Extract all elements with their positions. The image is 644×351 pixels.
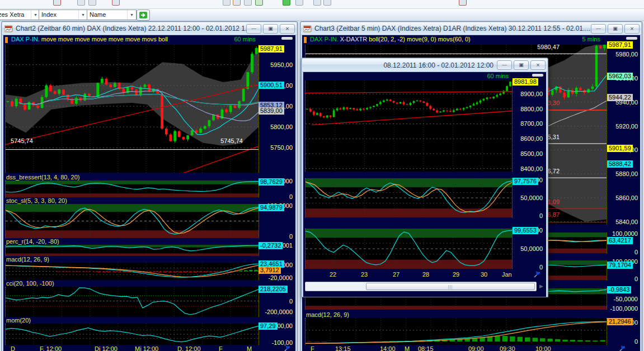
go-button[interactable]	[137, 10, 150, 21]
price-badge: 99,6553	[513, 227, 538, 234]
close-button[interactable]: ×	[530, 60, 546, 70]
chevron-down-icon[interactable]: ▼	[78, 10, 87, 20]
toolbar-icon-fragment[interactable]	[313, 0, 321, 6]
indicator-label: cci(20, 100, -100)	[6, 280, 54, 287]
overlay-main-plot[interactable]	[305, 80, 513, 172]
time-axis-label: 10:00	[535, 345, 551, 351]
price-axis: 100,000050,0000099,6553	[513, 229, 544, 269]
toolbar-icon-fragment[interactable]	[295, 0, 303, 6]
axis-tick: 8500,00	[513, 150, 543, 157]
price-badge: 79,1704	[607, 262, 633, 269]
price-badge: -0,9843	[607, 286, 631, 293]
toolbar-icon-fragment[interactable]	[77, 0, 85, 6]
axis-tick: 100,0000	[607, 230, 638, 237]
legend-symbol: DAX P-IN.	[11, 36, 40, 42]
legend-studies: move move move move move move movs boll	[41, 36, 168, 42]
exchange-combo-value: zes Xetra	[0, 10, 31, 20]
panel-grip[interactable]	[532, 74, 543, 77]
scrollbar-right-arrow[interactable]: ▶	[537, 282, 546, 290]
restore-button[interactable]: ▣	[514, 60, 529, 70]
chart2-titlebar[interactable]: Chart2 (Zeitbar 60 min) DAX (Indizes Xet…	[2, 22, 297, 35]
flag-icon[interactable]	[283, 345, 291, 351]
axis-tick: 0	[258, 298, 293, 305]
axis-tick: 5920,00	[607, 123, 638, 130]
indicator-label: perc_r(14, -20, -80)	[6, 238, 59, 245]
restore-button[interactable]: ▣	[263, 24, 278, 34]
price-badge: 97,7576	[513, 178, 538, 185]
indicator-label: macd(12, 26, 9)	[306, 311, 349, 318]
panel-grip[interactable]	[626, 37, 637, 40]
scrollbar-thumb[interactable]: |||	[366, 283, 535, 290]
price-axis: 100,0000063,4217	[607, 233, 640, 253]
toolbar-icon-fragment[interactable]	[88, 0, 96, 6]
chart-plot[interactable]	[5, 181, 259, 197]
name-combo[interactable]: Name ▼	[87, 10, 137, 20]
toolbar-icon-fragment[interactable]	[255, 0, 263, 6]
chart-plot[interactable]	[305, 318, 607, 345]
price-badge: 5987,91	[607, 41, 633, 49]
price-badge: 5888,42	[607, 160, 633, 168]
axis-tick: 8800,00	[513, 106, 543, 112]
toolbar-icon-fragment[interactable]	[233, 0, 241, 6]
price-axis: 8900,008800,008700,008600,008500,008400,…	[513, 80, 544, 172]
price-badge: 5962,03	[607, 73, 633, 80]
series-marker	[5, 37, 8, 43]
minimize-button[interactable]: —	[497, 60, 512, 70]
chart-plot[interactable]	[5, 324, 259, 345]
chart-plot[interactable]	[5, 263, 259, 280]
toolbar-icon-fragment[interactable]	[244, 0, 252, 6]
legend-interval: 60 mins	[487, 73, 509, 80]
close-button[interactable]: ×	[624, 24, 640, 34]
category-combo-value: Index	[41, 10, 78, 20]
close-button[interactable]: ×	[280, 24, 295, 34]
price-axis: 100,000050,0000097,7576	[513, 178, 544, 217]
chart2-legend: DAX P-IN. move move move move move move …	[4, 36, 295, 44]
legend-symbol2: X-DAXTR	[340, 36, 367, 42]
flag-icon[interactable]	[618, 345, 626, 351]
toolbar-icon-fragment[interactable]	[283, 0, 290, 6]
chart2-main-plot[interactable]: 5745,745745,74	[5, 45, 259, 173]
price-level-label: 5745,74	[11, 138, 33, 144]
panel-grip[interactable]	[281, 37, 293, 40]
time-axis-label: 22	[330, 271, 336, 278]
axis-tick: 5980,00	[607, 51, 638, 58]
chart-plot[interactable]	[5, 287, 259, 317]
minimize-button[interactable]: —	[246, 24, 261, 34]
axis-tick: 0	[607, 276, 638, 282]
time-axis-label: M	[405, 345, 410, 351]
indicator-label: mom(20)	[6, 317, 31, 324]
chevron-down-icon[interactable]: ▼	[127, 10, 136, 20]
price-badge: 21,2946	[607, 318, 633, 325]
toolbar-icon-fragment[interactable]	[459, 0, 467, 6]
price-axis: 100,00-100,0097,29	[258, 324, 294, 345]
axis-tick: 50,0000	[513, 245, 543, 252]
toolbar-icon-fragment[interactable]	[223, 0, 231, 6]
chart-plot[interactable]	[305, 178, 513, 217]
toolbar-icon-fragment[interactable]	[323, 0, 331, 6]
toolbar-icon-fragment[interactable]	[53, 0, 61, 6]
time-axis-label: Jan	[502, 271, 512, 278]
flag-icon[interactable]	[533, 271, 541, 278]
legend-interval: 60 mins	[234, 36, 256, 43]
category-combo[interactable]: Index ▼	[39, 10, 88, 20]
chart-plot[interactable]	[5, 245, 259, 256]
price-badge: -0,2732	[258, 242, 283, 249]
chart-window-icon	[303, 25, 312, 32]
axis-tick: 8600,00	[513, 135, 543, 142]
price-badge: 5987,91	[258, 45, 284, 53]
time-axis-label: D. 12:00	[177, 345, 201, 351]
overlay-chart-window: 08.12.2011 16:00 - 02.01.2012 12:00 — ▣ …	[301, 58, 548, 297]
chart3-titlebar[interactable]: Chart3 (Zeitbar 5 min) DAX (Indizes Xetr…	[301, 22, 641, 35]
chart-plot[interactable]	[305, 229, 513, 269]
time-axis-label: F	[311, 345, 314, 351]
minimize-button[interactable]: —	[591, 24, 606, 34]
toolbar-icon-fragment[interactable]	[112, 0, 120, 6]
chart-plot[interactable]	[5, 204, 259, 238]
axis-tick: 0	[513, 264, 543, 271]
overlay-titlebar[interactable]: 08.12.2011 16:00 - 02.01.2012 12:00 — ▣ …	[302, 59, 547, 72]
exchange-combo[interactable]: zes Xetra ▼	[0, 10, 40, 20]
restore-button[interactable]: ▣	[608, 24, 623, 34]
time-axis-label: 09:00	[468, 345, 484, 351]
price-badge: 94,9879	[258, 204, 284, 211]
horizontal-scrollbar[interactable]: |||	[305, 282, 537, 291]
